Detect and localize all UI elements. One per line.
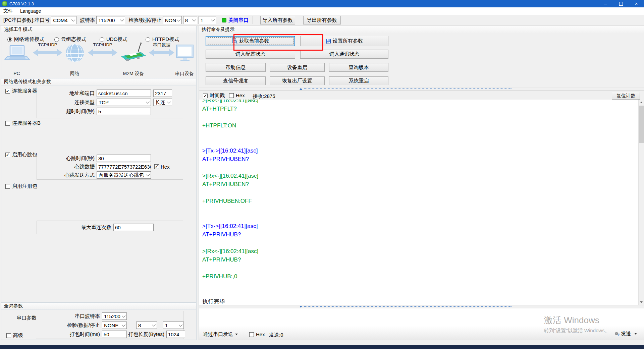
log-lines: >[Rx<-][16:02:41][asc]AT+HTPFLT? +HTPFLT… (202, 100, 638, 305)
server-b-checkbox[interactable]: 连接服务器B (5, 120, 41, 126)
timeout-label: 超时时间(秒) (37, 108, 95, 115)
query-signal-button[interactable]: 查信号强度 (206, 76, 266, 85)
send-button[interactable]: 发送 (614, 331, 637, 337)
baud-label: 波特率 (80, 17, 95, 23)
scroll-down-button[interactable] (639, 299, 644, 305)
heartbeat-box: 心跳时间(秒) 30 心跳数据 7777772E7573722E636E Hex… (37, 153, 183, 180)
log-line (202, 130, 638, 138)
parity-select[interactable]: NONI (163, 16, 182, 24)
checkbox-icon (229, 93, 234, 98)
baud-select[interactable]: 115200 (96, 16, 125, 24)
conn-mode-select[interactable]: 长连 (153, 99, 172, 106)
server-addr-input[interactable]: socket.usr.cn (97, 90, 151, 97)
advanced-checkbox[interactable]: 高级 (6, 332, 23, 339)
pc-laptop-icon (5, 46, 30, 60)
log-area[interactable]: >[Rx<-][16:02:41][asc]AT+HTPFLT? +HTPFLT… (199, 100, 638, 305)
toolbar: [PC串口参数]:串口号 COM4 波特率 115200 检验/数据/停止 NO… (0, 15, 644, 26)
enter-comm-button[interactable]: 进入通讯状态 (300, 50, 388, 59)
factory-reset-button[interactable]: 恢复出厂设置 (270, 76, 325, 85)
log-line (202, 138, 638, 147)
radio-icon (146, 37, 150, 42)
stopbits-select[interactable]: 1 (199, 16, 216, 24)
heartbeat-data-input[interactable]: 7777772E7573722E636E (97, 163, 151, 170)
import-all-button[interactable]: 导入所有参数 (260, 16, 295, 24)
g-parity-select[interactable]: NONE (102, 322, 127, 329)
g-stopbits-select[interactable]: 1 (163, 322, 184, 329)
heartbeat-mode-select[interactable]: 向服务器发送心跳包 (97, 171, 151, 179)
radio-icon (54, 37, 59, 42)
heartbeat-time-label: 心跳时间(秒) (37, 155, 95, 162)
parity-label: 检验/数据/停止 (128, 17, 161, 23)
pack-len-input[interactable]: 1024 (166, 331, 185, 338)
heartbeat-time-input[interactable]: 30 (97, 155, 151, 162)
radio-udc-mode[interactable]: UDC模式 (100, 36, 127, 43)
register-checkbox[interactable]: 启用注册包 (5, 183, 37, 189)
via-serial-dropdown[interactable]: 通过串口发送 (203, 331, 238, 338)
scrollbar-thumb[interactable] (639, 106, 644, 143)
chevron-down-icon (167, 100, 171, 104)
timestamp-checkbox[interactable]: 时间戳 (203, 93, 225, 99)
log-line (202, 214, 638, 222)
maximize-button[interactable] (613, 0, 629, 7)
export-all-button[interactable]: 导出所有参数 (303, 16, 341, 24)
minimize-button[interactable]: – (598, 0, 613, 7)
server-a-box: 地址和端口 socket.usr.cn 2317 连接类型 TCP 长连 超时时… (37, 87, 183, 118)
close-serial-button[interactable]: 关闭串口 (228, 17, 249, 23)
log-line: >[Rx<-][16:02:41][asc] (202, 100, 638, 105)
databits-select[interactable]: 8 (183, 16, 197, 24)
query-version-button[interactable]: 查询版本 (329, 63, 388, 72)
log-line: AT+HTPFLT? (202, 105, 638, 113)
com-port-select[interactable]: COM4 (51, 16, 76, 24)
g-baud-label: 串口波特率 (36, 313, 100, 319)
timeout-input[interactable]: 5 (97, 108, 151, 115)
server-port-input[interactable]: 2317 (153, 90, 172, 97)
heartbeat-mode-label: 心跳发送方式 (37, 172, 95, 178)
splitter-grip (304, 306, 512, 307)
svg-text:TCP/UDP: TCP/UDP (38, 42, 57, 47)
checkbox-icon (5, 89, 10, 94)
server-a-checkbox[interactable]: 连接服务器A (5, 88, 41, 94)
command-panel-header: 执行命令及提示 (199, 26, 644, 33)
checkbox-icon (6, 333, 11, 338)
arrow-icon (149, 49, 174, 56)
device-reboot-button[interactable]: 设备重启 (270, 63, 325, 72)
pack-time-input[interactable]: 50 (102, 331, 127, 338)
radio-cloud-mode[interactable]: 云组态模式 (54, 36, 86, 43)
log-scrollbar[interactable] (638, 100, 644, 305)
log-line (202, 163, 638, 172)
system-reboot-button[interactable]: 系统重启 (329, 76, 388, 85)
menubar: 文件 Language (0, 7, 644, 15)
log-line (202, 113, 638, 121)
collapse-down-icon (300, 306, 302, 308)
conn-type-select[interactable]: TCP (97, 99, 151, 106)
chevron-down-icon (120, 18, 124, 21)
reset-count-button[interactable]: 复位计数 (612, 92, 640, 100)
scroll-up-button[interactable] (639, 100, 644, 105)
reconnect-input[interactable]: 60 (113, 224, 154, 231)
send-hex-checkbox[interactable]: Hex (249, 332, 265, 337)
menu-language[interactable]: Language (20, 8, 41, 14)
set-params-button[interactable]: 设置所有参数 (300, 36, 388, 46)
heartbeat-checkbox[interactable]: 启用心跳包 (5, 152, 37, 158)
log-line (202, 205, 638, 214)
help-info-button[interactable]: 帮助信息 (206, 63, 266, 72)
log-hex-checkbox[interactable]: Hex (229, 93, 245, 98)
triangle-down-icon (640, 301, 643, 303)
get-params-button[interactable]: 获取当前参数 (206, 36, 295, 46)
dropdown-arrow-icon (634, 333, 637, 335)
radio-httpd-mode[interactable]: HTTPD模式 (146, 36, 179, 43)
svg-text:网络: 网络 (70, 71, 79, 76)
heartbeat-hex-checkbox[interactable] (154, 164, 159, 169)
enter-config-button[interactable]: 进入配置状态 (206, 50, 295, 59)
close-button[interactable]: × (629, 0, 644, 7)
g-databits-select[interactable]: 8 (136, 322, 157, 329)
app-icon (2, 1, 7, 6)
menu-file[interactable]: 文件 (3, 8, 13, 14)
g-baud-select[interactable]: 115200 (102, 312, 127, 320)
chevron-down-icon (146, 173, 150, 176)
chevron-down-icon (192, 18, 196, 21)
log-line: +PRIVHUB:,0 (202, 272, 638, 281)
top-splitter[interactable] (199, 87, 644, 91)
radio-net-transparent[interactable]: 网络透传模式 (7, 36, 44, 43)
global-params-header: 全局参数 (1, 303, 196, 310)
